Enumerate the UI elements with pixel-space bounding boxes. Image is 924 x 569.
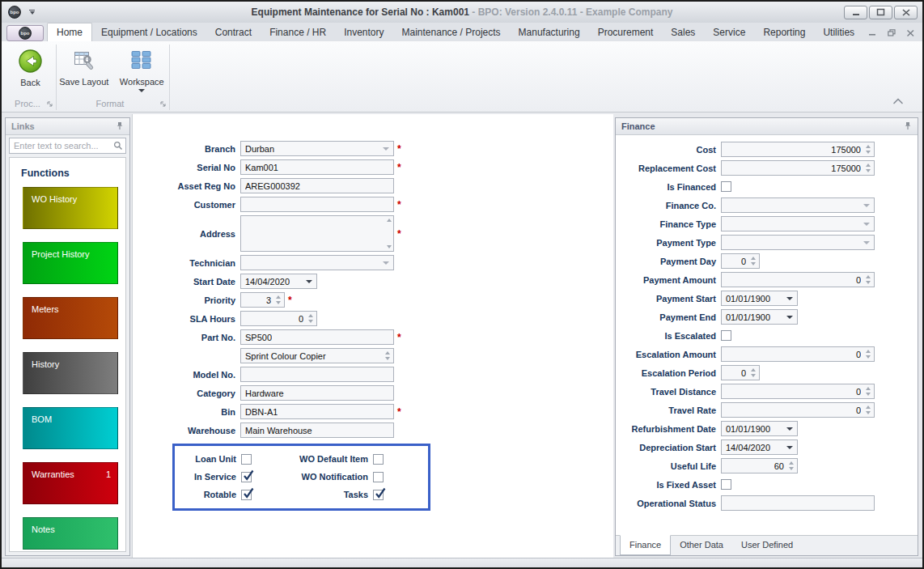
text-field-asset-reg-no[interactable]: AREG000392 <box>240 178 394 193</box>
spin-up-icon[interactable] <box>866 163 871 167</box>
text-field-customer[interactable] <box>240 197 394 212</box>
spin-field-escalation-period[interactable]: 0 <box>721 365 760 380</box>
spintext-field-part-description[interactable]: Sprint Colour Copier <box>240 348 394 363</box>
back-button[interactable]: Back <box>6 47 55 87</box>
checkbox-is-escalated[interactable] <box>721 330 731 341</box>
text-field-operational-status[interactable] <box>721 495 875 511</box>
pin-icon[interactable] <box>904 121 912 132</box>
ribbon-tab-finance-hr[interactable]: Finance / HR <box>261 23 335 41</box>
text-field-category[interactable]: Hardware <box>240 385 394 401</box>
spinner-icon[interactable] <box>863 348 872 360</box>
combo-field-technician[interactable] <box>240 255 394 270</box>
ribbon-tab-utilities[interactable]: Utilities <box>814 23 863 41</box>
date-field-refurbishment-date[interactable]: 01/01/1900 <box>721 421 798 436</box>
nav-button-meters[interactable]: Meters <box>23 297 118 339</box>
spin-up-icon[interactable] <box>789 461 794 465</box>
spin-down-icon[interactable] <box>308 320 313 323</box>
ribbon-tab-service[interactable]: Service <box>704 23 754 41</box>
spin-up-icon[interactable] <box>866 387 871 390</box>
spinner-icon[interactable] <box>306 312 315 325</box>
finance-tab-user-defined[interactable]: User Defined <box>732 536 802 555</box>
spin-down-icon[interactable] <box>751 262 756 265</box>
combo-field-finance-type[interactable] <box>721 216 875 231</box>
dialog-launcher-icon[interactable] <box>160 101 166 107</box>
text-field-model-no[interactable] <box>240 367 394 382</box>
nav-button-history[interactable]: History <box>23 352 118 394</box>
spinner-icon[interactable] <box>748 255 757 267</box>
spinner-icon[interactable] <box>273 294 282 306</box>
checkbox-wo-default-item[interactable] <box>373 454 384 465</box>
search-input[interactable] <box>9 138 126 154</box>
ribbon-minimize-icon[interactable] <box>869 28 876 38</box>
spin-up-icon[interactable] <box>866 145 871 148</box>
dropdown-arrow-icon[interactable] <box>863 223 870 226</box>
spinner-icon[interactable] <box>863 274 872 286</box>
dropdown-arrow-icon[interactable] <box>383 261 389 265</box>
scroll-arrows-icon[interactable] <box>387 219 392 248</box>
ribbon-tab-manufacturing[interactable]: Manufacturing <box>510 23 589 41</box>
dropdown-arrow-icon[interactable] <box>863 204 870 207</box>
dropdown-arrow-icon[interactable] <box>786 446 793 449</box>
ribbon-tab-reporting[interactable]: Reporting <box>754 23 814 41</box>
multiline-field-address[interactable] <box>240 215 394 252</box>
spin-up-icon[interactable] <box>866 350 871 353</box>
qat-dropdown-icon[interactable] <box>29 10 35 15</box>
date-field-depreciation-start[interactable]: 14/04/2020 <box>721 439 798 455</box>
spin-up-icon[interactable] <box>276 295 281 299</box>
spinner-icon[interactable] <box>863 162 872 174</box>
spin-up-icon[interactable] <box>308 314 313 317</box>
search-icon[interactable] <box>113 141 123 152</box>
spinner-icon[interactable] <box>383 350 392 362</box>
ribbon-tab-inventory[interactable]: Inventory <box>335 23 392 41</box>
ribbon-tab-procurement[interactable]: Procurement <box>589 23 663 41</box>
spinner-icon[interactable] <box>748 367 757 379</box>
spin-field-payment-day[interactable]: 0 <box>721 253 760 269</box>
ribbon-tab-maintenance-projects[interactable]: Maintenance / Projects <box>393 23 510 41</box>
checkbox-is-financed[interactable] <box>721 181 731 192</box>
spin-up-icon[interactable] <box>751 368 756 372</box>
spin-field-replacement-cost[interactable]: 175000 <box>721 160 875 176</box>
text-field-warehouse[interactable]: Main Warehouse <box>240 423 394 438</box>
save-layout-button[interactable]: Save Layout <box>57 47 112 92</box>
close-button[interactable] <box>894 6 918 19</box>
scroll-up-icon[interactable] <box>387 219 392 222</box>
scroll-down-icon[interactable] <box>387 245 392 248</box>
nav-button-notes[interactable]: Notes <box>23 517 118 550</box>
spinner-icon[interactable] <box>863 143 872 155</box>
combo-field-branch[interactable]: Durban <box>240 141 394 156</box>
date-field-payment-start[interactable]: 01/01/1900 <box>721 291 798 306</box>
spin-up-icon[interactable] <box>385 351 390 355</box>
spin-up-icon[interactable] <box>866 406 871 409</box>
combo-field-payment-type[interactable] <box>721 235 875 250</box>
spin-field-travel-rate[interactable]: 0 <box>721 402 875 418</box>
ribbon-tab-contract[interactable]: Contract <box>206 23 261 41</box>
dropdown-arrow-icon[interactable] <box>786 297 793 300</box>
spin-field-payment-amount[interactable]: 0 <box>721 272 875 287</box>
spinner-icon[interactable] <box>863 404 872 416</box>
dialog-launcher-icon[interactable] <box>47 101 53 107</box>
dropdown-arrow-icon[interactable] <box>306 280 312 283</box>
spin-up-icon[interactable] <box>751 257 756 260</box>
pin-icon[interactable] <box>116 121 124 132</box>
text-field-part-no[interactable]: SP500 <box>240 329 394 345</box>
spin-down-icon[interactable] <box>866 169 871 172</box>
spin-down-icon[interactable] <box>866 355 871 359</box>
workspace-button[interactable]: Workspace <box>115 47 170 92</box>
minimize-button[interactable] <box>844 6 867 19</box>
dropdown-arrow-icon[interactable] <box>786 427 793 431</box>
date-field-start-date[interactable]: 14/04/2020 <box>240 274 317 289</box>
spin-up-icon[interactable] <box>866 275 871 278</box>
ribbon-close-icon[interactable] <box>907 28 914 38</box>
checkbox-in-service[interactable] <box>241 472 252 482</box>
maximize-button[interactable] <box>869 6 892 19</box>
spin-down-icon[interactable] <box>866 393 871 396</box>
spin-field-cost[interactable]: 175000 <box>721 142 875 157</box>
checkbox-loan-unit[interactable] <box>241 454 252 465</box>
ribbon-tab-home[interactable]: Home <box>47 23 92 41</box>
application-button[interactable]: bpo <box>6 25 44 41</box>
spinner-icon[interactable] <box>786 460 795 472</box>
spin-down-icon[interactable] <box>866 151 871 154</box>
dropdown-arrow-icon[interactable] <box>863 241 870 244</box>
dropdown-arrow-icon[interactable] <box>383 147 389 151</box>
spin-down-icon[interactable] <box>385 357 390 360</box>
